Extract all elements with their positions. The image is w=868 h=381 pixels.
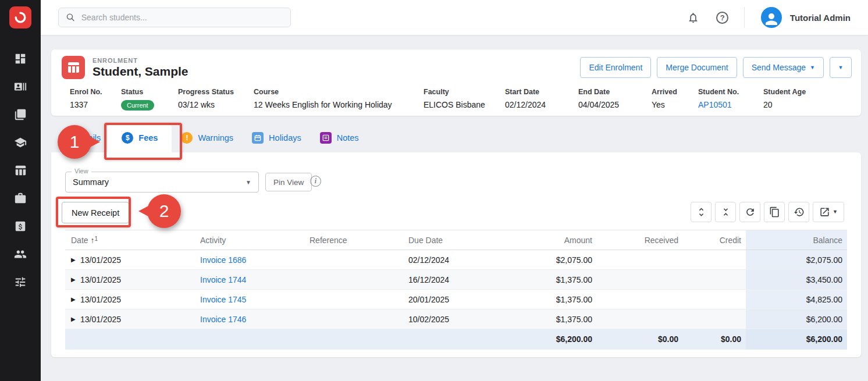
column-activity[interactable]: Activity — [195, 230, 305, 250]
column-received[interactable]: Received — [597, 230, 683, 250]
user-avatar[interactable] — [761, 7, 782, 28]
tab-warnings[interactable]: ! Warnings — [172, 123, 243, 152]
collapse-rows-icon — [720, 206, 731, 218]
edit-enrolment-button[interactable]: Edit Enrolment — [580, 57, 651, 78]
finance-icon[interactable] — [14, 220, 27, 233]
field-student-no: Student No. AP10501 — [698, 88, 763, 111]
more-actions-button[interactable]: ▼ — [830, 57, 852, 78]
copy-icon — [769, 206, 780, 218]
invoice-link[interactable]: Invoice 1744 — [200, 275, 246, 284]
field-student-age: Student Age 20 — [763, 88, 806, 111]
contacts-card-icon[interactable] — [14, 80, 27, 93]
status-badge: Current — [121, 100, 154, 111]
export-button[interactable]: ▼ — [813, 202, 844, 222]
warning-icon: ! — [181, 132, 193, 144]
column-reference[interactable]: Reference — [305, 230, 404, 250]
field-course: Course 12 Weeks English for Working Holi… — [254, 88, 424, 111]
refresh-icon — [745, 206, 756, 218]
sliders-icon[interactable] — [14, 276, 27, 289]
merge-document-button[interactable]: Merge Document — [657, 57, 737, 78]
view-select[interactable]: View Summary ▼ — [65, 172, 259, 193]
enrolment-actions: Edit Enrolment Merge Document Send Messa… — [580, 57, 852, 78]
row-expand-icon[interactable]: ▶ — [65, 250, 80, 270]
section-label: ENROLMENT — [93, 57, 188, 64]
field-status: Status Current — [121, 88, 178, 111]
documents-icon[interactable] — [14, 108, 27, 121]
view-select-label: View — [72, 168, 91, 175]
enrolment-card: ENROLMENT Student, Sample Edit Enrolment… — [51, 49, 861, 116]
total-received: $0.00 — [597, 329, 683, 350]
enrolment-module-icon — [62, 56, 85, 79]
refresh-button[interactable] — [739, 202, 760, 222]
column-date[interactable]: Date ↑1 — [65, 230, 195, 250]
user-name[interactable]: Tutorial Admin — [790, 13, 851, 23]
field-start-date: Start Date 02/12/2024 — [505, 88, 578, 111]
row-expand-icon[interactable]: ▶ — [65, 270, 80, 290]
collapse-rows-button[interactable] — [715, 202, 736, 222]
view-select-value: Summary — [66, 177, 109, 187]
annotation-rect-fees-tab — [104, 123, 182, 160]
topbar: ? Tutorial Admin — [41, 0, 868, 35]
history-icon — [794, 206, 805, 218]
fees-panel: View Summary ▼ Pin View i New Receipt ▼ … — [51, 152, 861, 357]
logo-swirl-icon — [13, 10, 27, 24]
table-row[interactable]: ▶ 13/01/2025 Invoice 1746 10/02/2025 $1,… — [65, 309, 847, 329]
row-expand-icon[interactable]: ▶ — [65, 290, 80, 309]
field-faculty: Faculty ELICOS Bisbane — [424, 88, 505, 111]
annotation-step-2: 2 — [147, 194, 181, 228]
pin-view-button[interactable]: Pin View — [265, 173, 312, 191]
total-amount: $6,200.00 — [508, 329, 597, 350]
column-due-date[interactable]: Due Date — [404, 230, 508, 250]
invoice-link[interactable]: Invoice 1746 — [200, 315, 246, 324]
calendar-icon — [252, 132, 264, 144]
grid-toolbar: ▼ — [691, 202, 844, 222]
due-date: 02/12/2024 — [404, 250, 508, 270]
table-icon[interactable] — [14, 164, 27, 177]
topbar-divider — [744, 7, 745, 28]
field-arrived: Arrived Yes — [652, 88, 698, 111]
student-search[interactable] — [58, 8, 291, 27]
student-no-link[interactable]: AP10501 — [698, 100, 763, 109]
column-credit[interactable]: Credit — [683, 230, 746, 250]
chevron-down-icon: ▼ — [833, 209, 838, 215]
expand-rows-button[interactable] — [691, 202, 712, 222]
send-message-button[interactable]: Send Message▼ — [743, 57, 824, 78]
table-row[interactable]: ▶ 13/01/2025 Invoice 1686 02/12/2024 $2,… — [65, 250, 847, 270]
help-icon[interactable]: ? — [715, 10, 730, 25]
people-icon[interactable] — [14, 248, 27, 261]
column-balance[interactable]: Balance — [746, 230, 847, 250]
table-row[interactable]: ▶ 13/01/2025 Invoice 1744 16/12/2024 $1,… — [65, 270, 847, 290]
sidebar — [0, 0, 41, 381]
annotation-step-1: 1 — [58, 125, 91, 159]
fees-table: Date ↑1 Activity Reference Due Date Amou… — [65, 230, 847, 350]
enrolment-titles: ENROLMENT Student, Sample — [93, 57, 188, 79]
expand-rows-icon — [696, 206, 707, 218]
briefcase-icon[interactable] — [14, 192, 27, 205]
column-amount[interactable]: Amount — [508, 230, 597, 250]
invoice-link[interactable]: Invoice 1686 — [200, 255, 246, 265]
tab-holidays[interactable]: Holidays — [243, 123, 311, 152]
chevron-down-icon: ▼ — [246, 179, 251, 186]
app-logo[interactable] — [9, 6, 31, 29]
invoice-link[interactable]: Invoice 1745 — [200, 295, 246, 304]
info-icon[interactable]: i — [310, 176, 321, 187]
search-icon — [66, 12, 76, 23]
tab-notes[interactable]: Notes — [311, 123, 368, 152]
dashboard-icon[interactable] — [14, 52, 27, 65]
table-row[interactable]: ▶ 13/01/2025 Invoice 1745 20/01/2025 $1,… — [65, 290, 847, 309]
graduation-cap-icon[interactable] — [14, 136, 27, 149]
table-header-row: Date ↑1 Activity Reference Due Date Amou… — [65, 230, 847, 250]
search-input[interactable] — [81, 13, 283, 22]
export-icon — [819, 206, 830, 218]
chevron-down-icon: ▼ — [838, 65, 844, 70]
notifications-bell-icon[interactable] — [686, 10, 701, 25]
history-restore-button[interactable] — [788, 202, 809, 222]
due-date: 16/12/2024 — [404, 270, 508, 290]
field-enrol-no: Enrol No. 1337 — [70, 88, 121, 111]
due-date: 20/01/2025 — [404, 290, 508, 309]
duplicate-grid-button[interactable] — [764, 202, 785, 222]
total-balance: $6,200.00 — [746, 329, 847, 350]
enrolment-fields: Enrol No. 1337 Status Current Progress S… — [51, 83, 861, 111]
annotation-rect-new-receipt — [56, 197, 131, 227]
row-expand-icon[interactable]: ▶ — [65, 309, 80, 329]
